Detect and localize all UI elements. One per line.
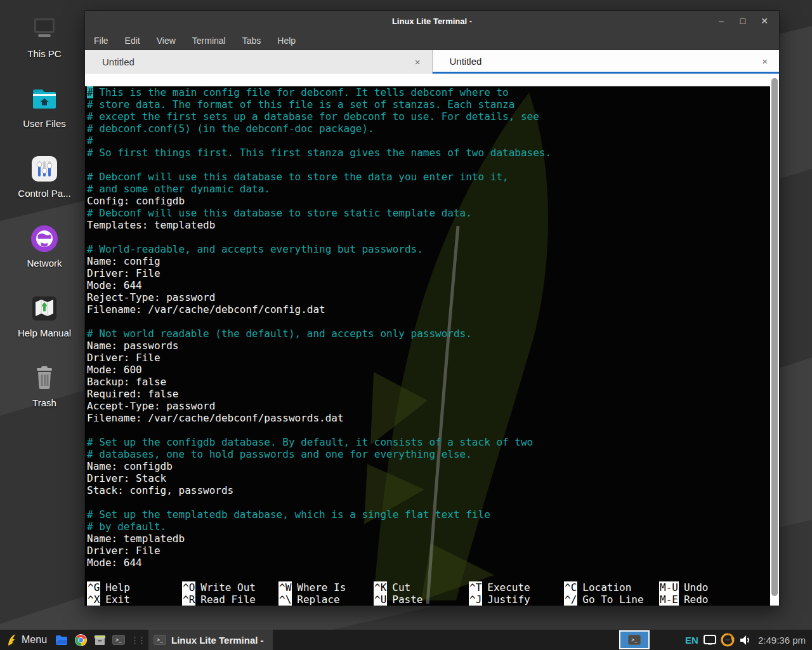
desktop-icon-control-panel[interactable]: Control Pa...: [4, 154, 85, 217]
tray-terminal-indicator[interactable]: >_: [619, 630, 650, 649]
desktop-icon-network[interactable]: Network: [4, 223, 85, 287]
terminal-line: Filename: /var/cache/debconf/config.dat: [87, 303, 779, 315]
menu-item-edit[interactable]: Edit: [125, 36, 140, 46]
terminal-line: # store data. The format of this file is…: [87, 98, 779, 110]
terminal-launcher[interactable]: >_: [109, 630, 128, 650]
volume-icon[interactable]: [739, 635, 751, 646]
file-manager-icon: [55, 635, 68, 646]
desktop-icon-label: This PC: [27, 48, 61, 59]
tab-untitled-1[interactable]: Untitled ×: [85, 50, 433, 74]
file-manager-launcher[interactable]: [52, 630, 71, 650]
start-menu-button[interactable]: Menu: [3, 630, 52, 650]
terminal-content[interactable]: GNU nano 7.2 /etc/debconf.conf # This is…: [85, 74, 779, 606]
nano-shortcut: ^WWhere Is: [278, 581, 374, 594]
nano-shortcut: ^TExecute: [469, 581, 564, 594]
close-tab-icon[interactable]: ×: [759, 56, 770, 67]
terminal-line: # and some other dynamic data.: [87, 183, 779, 195]
nano-shortcut: ^\Replace: [278, 594, 374, 606]
desktop-icon-user-files[interactable]: User Files: [4, 84, 85, 147]
minimize-button[interactable]: –: [713, 16, 730, 26]
desktop-icon-this-pc[interactable]: This PC: [4, 14, 85, 77]
shortcut-label: Read File: [200, 594, 256, 606]
tab-untitled-2[interactable]: Untitled ×: [433, 50, 780, 74]
archive-manager-launcher[interactable]: [90, 630, 109, 650]
desktop-icon-help-manual[interactable]: Help Manual: [4, 293, 85, 357]
menu-item-view[interactable]: View: [157, 36, 176, 46]
shortcut-key: ^X: [87, 594, 100, 606]
window-titlebar[interactable]: Linux Lite Terminal - – □ ✕: [85, 11, 779, 31]
terminal-line: Driver: File: [87, 352, 779, 364]
shortcut-row-1: ^GHelp^OWrite Out^WWhere Is^KCut^TExecut…: [87, 581, 769, 594]
nano-shortcut: ^/Go To Line: [564, 594, 659, 606]
desktop-icon-trash[interactable]: Trash: [4, 363, 85, 427]
nano-shortcut: ^CLocation: [564, 581, 659, 594]
nano-header: GNU nano 7.2 /etc/debconf.conf: [85, 74, 779, 86]
terminal-line: # databases, one to hold passwords and o…: [87, 448, 779, 460]
shortcut-key: ^C: [564, 581, 577, 594]
shortcut-key: ^\: [278, 594, 292, 606]
updates-available-icon[interactable]: [721, 633, 735, 647]
nano-shortcut: ^KCut: [374, 581, 469, 594]
terminal-line: [87, 231, 779, 243]
shortcut-label: Redo: [684, 594, 709, 606]
help-manual-icon: [29, 293, 60, 324]
tab-label: Untitled: [450, 56, 760, 67]
taskbar-separator: ⋮⋮: [128, 635, 148, 645]
shortcut-label: Undo: [684, 581, 709, 594]
system-tray: >_ EN 2:49:36 pm: [619, 630, 809, 650]
nano-shortcut: M-UUndo: [659, 581, 769, 594]
clock[interactable]: 2:49:36 pm: [758, 635, 806, 646]
desktop-icon-label: Control Pa...: [18, 188, 70, 199]
terminal-icon: >_: [628, 635, 641, 645]
terminal-line: [87, 159, 779, 171]
shortcut-label: Help: [105, 581, 130, 594]
task-button-terminal[interactable]: >_ Linux Lite Terminal -: [148, 630, 273, 650]
terminal-line: Name: templatedb: [87, 533, 779, 545]
terminal-line: [87, 424, 779, 436]
terminal-line: # Debconf will use this database to stor…: [87, 171, 779, 183]
terminal-line: # debconf.conf(5) (in the debconf-doc pa…: [87, 123, 779, 135]
taskbar: Menu >_ ⋮⋮ >_ Linux Lite Terminal - >_ E…: [0, 630, 812, 650]
close-tab-icon[interactable]: ×: [412, 56, 423, 67]
display-settings-icon[interactable]: [704, 635, 716, 645]
desktop-icon-label: Trash: [32, 397, 56, 408]
shortcut-key: M-E: [659, 594, 679, 606]
terminal-line: # except the first sets up a database fo…: [87, 110, 779, 123]
shortcut-key: ^O: [182, 581, 195, 594]
keyboard-layout-indicator[interactable]: EN: [685, 635, 698, 646]
shortcut-label: Exit: [105, 594, 130, 606]
terminal-line: # So first things first. This first stan…: [87, 147, 779, 159]
close-button[interactable]: ✕: [756, 16, 773, 26]
chrome-launcher[interactable]: [71, 630, 90, 650]
maximize-button[interactable]: □: [735, 16, 751, 26]
terminal-scrollbar[interactable]: [770, 74, 779, 606]
terminal-line: # This is the main config file for debco…: [87, 86, 779, 98]
trash-icon: [29, 363, 60, 394]
folder-home-icon: [29, 84, 60, 114]
terminal-line: # Set up the templatedb database, which …: [87, 508, 779, 521]
scrollbar-thumb[interactable]: [771, 78, 778, 596]
shortcut-label: Location: [582, 581, 631, 594]
menu-item-terminal[interactable]: Terminal: [192, 36, 226, 46]
desktop-icon-label: User Files: [23, 118, 66, 129]
nano-shortcut: M-ERedo: [659, 594, 769, 606]
shortcut-label: Cut: [392, 581, 410, 594]
shortcut-label: Paste: [392, 594, 422, 606]
menu-item-help[interactable]: Help: [277, 36, 296, 46]
shortcut-key: ^G: [87, 581, 100, 594]
menu-item-tabs[interactable]: Tabs: [242, 36, 261, 46]
nano-buffer: # This is the main config file for debco…: [85, 86, 779, 569]
terminal-line: Stack: config, passwords: [87, 484, 779, 496]
terminal-line: Driver: File: [87, 267, 779, 279]
terminal-line: Mode: 644: [87, 279, 779, 291]
terminal-line: # Debconf will use this database to stor…: [87, 207, 779, 219]
tab-bar: Untitled × Untitled ×: [85, 50, 779, 74]
archive-box-icon: [94, 635, 106, 646]
computer-icon: [29, 14, 60, 44]
shortcut-label: Justify: [487, 594, 530, 606]
shortcut-key: ^K: [374, 581, 387, 594]
menu-item-file[interactable]: File: [94, 36, 108, 46]
nano-shortcut: ^JJustify: [469, 594, 564, 606]
tab-label: Untitled: [102, 56, 412, 67]
shortcut-key: ^U: [374, 594, 387, 606]
